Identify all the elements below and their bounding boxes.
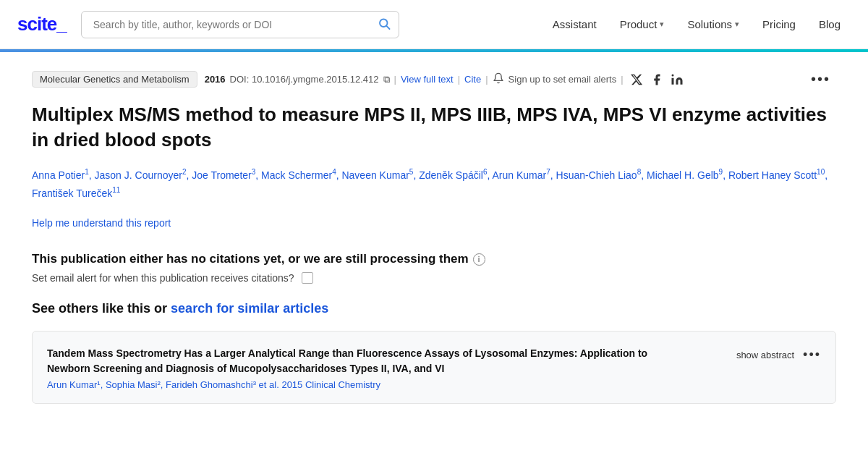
copy-icon[interactable]: ⧉ — [383, 74, 390, 85]
twitter-icon[interactable] — [629, 72, 644, 87]
related-card-actions: show abstract ••• — [736, 347, 821, 363]
social-icons-group — [629, 72, 684, 87]
help-link[interactable]: Help me understand this report — [32, 217, 171, 229]
search-bar-container — [81, 11, 399, 38]
alert-text: Sign up to set email alerts — [509, 74, 617, 85]
bell-icon[interactable] — [493, 72, 504, 86]
related-article-card: Tandem Mass Spectrometry Has a Larger An… — [32, 331, 836, 404]
facebook-icon[interactable] — [650, 72, 664, 87]
article-title: Multiplex MS/MS method to measure MPS II… — [32, 102, 836, 153]
separator-3: | — [485, 74, 488, 85]
svg-rect-2 — [671, 77, 673, 84]
svg-line-1 — [386, 25, 389, 28]
show-abstract-button[interactable]: show abstract — [736, 350, 794, 360]
search-icon[interactable] — [378, 17, 391, 32]
nav-product[interactable]: Product ▾ — [610, 12, 675, 36]
related-card-authors[interactable]: Arun Kumar¹, Sophia Masi², Farideh Ghoma… — [47, 379, 669, 390]
main-content: Molecular Genetics and Metabolism 2016 D… — [14, 52, 854, 404]
related-more-button[interactable]: ••• — [803, 347, 821, 363]
nav-pricing[interactable]: Pricing — [752, 12, 806, 36]
email-alert-checkbox[interactable] — [302, 272, 313, 284]
separator-4: | — [621, 74, 623, 85]
article-year: 2016 — [205, 74, 226, 85]
main-nav: Assistant Product ▾ Solutions ▾ Pricing … — [542, 12, 851, 36]
author-11[interactable]: František Tureček11 — [32, 187, 120, 199]
author-1[interactable]: Anna Potier1 — [32, 169, 89, 181]
author-3[interactable]: Joe Trometer3 — [192, 169, 255, 181]
nav-assistant[interactable]: Assistant — [542, 12, 607, 36]
email-alert-label: Set email alert for when this publicatio… — [32, 272, 294, 284]
author-7[interactable]: Arun Kumar7 — [493, 169, 550, 181]
authors-list: Anna Potier1, Jason J. Cournoyer2, Joe T… — [32, 166, 836, 203]
solutions-chevron-icon: ▾ — [735, 20, 739, 29]
view-full-text-link[interactable]: View full text — [401, 74, 454, 85]
product-chevron-icon: ▾ — [660, 20, 664, 29]
logo[interactable]: scite_ — [17, 13, 67, 35]
journal-badge: Molecular Genetics and Metabolism — [32, 71, 197, 88]
citations-heading: This publication either has no citations… — [32, 252, 836, 266]
nav-blog[interactable]: Blog — [809, 12, 851, 36]
author-10[interactable]: Robert Haney Scott10 — [728, 169, 825, 181]
cite-link[interactable]: Cite — [464, 74, 481, 85]
separator-1: | — [394, 74, 396, 85]
separator-2: | — [458, 74, 460, 85]
article-meta-row: Molecular Genetics and Metabolism 2016 D… — [32, 69, 836, 89]
linkedin-icon[interactable] — [670, 72, 684, 87]
nav-solutions[interactable]: Solutions ▾ — [677, 12, 749, 36]
header: scite_ Assistant Product ▾ Solutions ▾ P… — [0, 0, 868, 49]
related-card-title: Tandem Mass Spectrometry Has a Larger An… — [47, 346, 669, 376]
email-alert-row: Set email alert for when this publicatio… — [32, 272, 836, 284]
author-4[interactable]: Mack Schermer4 — [261, 169, 336, 181]
see-others-section: See others like this or search for simil… — [32, 301, 836, 316]
info-icon[interactable]: i — [473, 253, 485, 266]
author-5[interactable]: Naveen Kumar5 — [341, 169, 413, 181]
search-similar-link[interactable]: search for similar articles — [171, 301, 328, 316]
author-6[interactable]: Zdeněk Spáčil6 — [419, 169, 487, 181]
author-2[interactable]: Jason J. Cournoyer2 — [95, 169, 187, 181]
meta-more-button[interactable]: ••• — [805, 69, 836, 89]
search-input[interactable] — [81, 11, 399, 38]
author-8[interactable]: Hsuan-Chieh Liao8 — [556, 169, 642, 181]
svg-point-3 — [671, 74, 673, 76]
related-card-body: Tandem Mass Spectrometry Has a Larger An… — [47, 346, 669, 390]
author-9[interactable]: Michael H. Gelb9 — [647, 169, 723, 181]
article-doi: DOI: 10.1016/j.ymgme.2015.12.412 — [230, 74, 379, 85]
